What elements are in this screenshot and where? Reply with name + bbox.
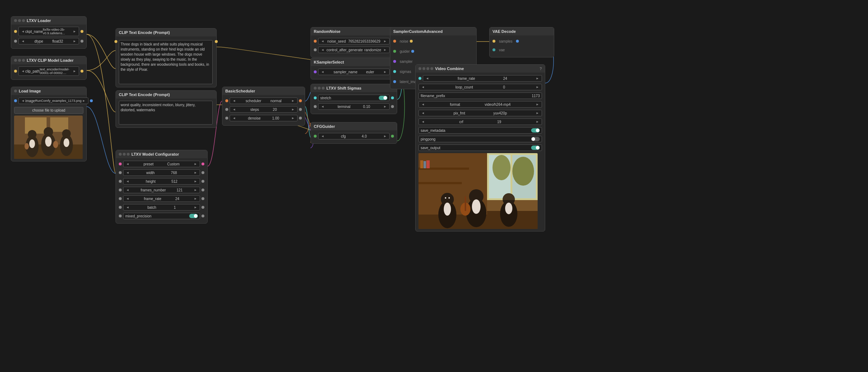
vc-format-value[interactable]: ◄ format video/h264-mp4 ► [418, 101, 542, 108]
vc-lc-next[interactable]: ► [535, 85, 540, 89]
batch-value[interactable]: ◄ batch 1 ► [123, 204, 200, 211]
vc-framerate-value[interactable]: ◄ frame_rate 24 ► [423, 75, 542, 82]
sn-prev[interactable]: ◄ [320, 70, 325, 74]
sched-next[interactable]: ► [291, 99, 295, 103]
save-metadata-toggle[interactable] [531, 128, 540, 133]
vc-pixfmt-value[interactable]: ◄ pix_fmt yuv420p ► [418, 110, 542, 116]
steps-next[interactable]: ► [291, 108, 295, 111]
vc-loopcount-value[interactable]: ◄ loop_count 0 ► [418, 84, 542, 90]
stretch-value[interactable]: stretch [318, 95, 390, 101]
cag-next[interactable]: ► [383, 48, 387, 52]
clip-prompt-2-text[interactable]: worst quality, inconsistent motion, blur… [119, 101, 213, 125]
sched-port-right [299, 99, 302, 102]
mixed-precision-value[interactable]: mixed_precision [123, 213, 200, 219]
terminal-value[interactable]: ◄ terminal 0.10 ► [318, 103, 390, 110]
vc-crf-value[interactable]: ◄ crf 19 ► [418, 118, 542, 125]
image-prev[interactable]: ◄ [21, 99, 25, 103]
vc-savemeta-value[interactable]: save_metadata [418, 127, 542, 134]
cfg-value[interactable]: ◄ cfg 4.0 ► [318, 133, 390, 139]
vc-lc-prev[interactable]: ◄ [421, 85, 425, 89]
batch-next[interactable]: ► [193, 206, 198, 209]
ckpt-name-value[interactable]: ◄ ckpt_name ltx/ltx-video-2b-v0.9.safete… [18, 27, 79, 36]
dtype-value[interactable]: ◄ dtype float32 ► [18, 38, 79, 44]
clip-prompt-1-text[interactable]: Three dogs in black and white suits play… [119, 40, 213, 84]
ckpt-port-left [14, 30, 17, 33]
frames-prev[interactable]: ◄ [125, 188, 130, 192]
clip-path-value[interactable]: ◄ clip_path text_encoder/model-00001-of-… [18, 66, 79, 76]
width-prev[interactable]: ◄ [125, 171, 130, 174]
cfg-guider-node: CFGGuider ◄ cfg 4.0 ► [311, 122, 397, 144]
dtype-prev[interactable]: ◄ [21, 39, 25, 43]
ns-next[interactable]: ► [383, 39, 387, 43]
denoise-value[interactable]: ◄ denoise 1.00 ► [230, 115, 298, 121]
steps-prev[interactable]: ◄ [232, 108, 236, 111]
vc-fmt-next[interactable]: ► [535, 103, 540, 106]
mixed-precision-toggle[interactable] [189, 214, 198, 218]
ltxv-loader-header: LTXV Loader [11, 17, 86, 25]
vc-filename-value[interactable]: filename_prefix 1173 [418, 92, 542, 99]
vc-fr-prev[interactable]: ◄ [425, 77, 430, 80]
vc-pingpong-value[interactable]: pingpong [418, 136, 542, 142]
vc-pf-next[interactable]: ► [535, 111, 540, 115]
stretch-toggle[interactable] [379, 96, 387, 100]
term-prev[interactable]: ◄ [320, 105, 325, 108]
sampler-name-value[interactable]: ◄ sampler_name euler ► [318, 69, 390, 75]
frames-value[interactable]: ◄ frames_number 121 ► [123, 187, 200, 193]
dtype-next[interactable]: ► [72, 39, 77, 43]
height-next[interactable]: ► [193, 179, 198, 183]
cfg-next[interactable]: ► [383, 134, 387, 138]
clip-next[interactable]: ► [72, 69, 77, 73]
ckpt-next[interactable]: ► [72, 30, 77, 33]
dot2 [18, 19, 21, 22]
pingpong-toggle[interactable] [531, 137, 540, 141]
denoise-next[interactable]: ► [291, 116, 295, 120]
dtype-val: float32 [52, 39, 63, 43]
preset-value[interactable]: ◄ preset Custom ► [123, 161, 200, 167]
framerate-label: frame_rate [144, 197, 161, 201]
vc-saveoutput-value[interactable]: save_output [418, 144, 542, 151]
batch-port-right [201, 206, 204, 209]
batch-prev[interactable]: ◄ [125, 206, 130, 209]
steps-value[interactable]: ◄ steps 20 ► [230, 106, 298, 113]
image-value[interactable]: ◄ image RunComfy_examples_1173.png ► [18, 98, 88, 104]
sn-next[interactable]: ► [383, 70, 387, 74]
term-next[interactable]: ► [383, 105, 387, 108]
cfg-prev[interactable]: ◄ [320, 134, 325, 138]
frames-next[interactable]: ► [193, 188, 198, 192]
choose-file-button[interactable]: choose file to upload [14, 107, 83, 114]
vc-fmt-prev[interactable]: ◄ [421, 103, 425, 106]
preset-val: Custom [167, 162, 179, 166]
preset-prev[interactable]: ◄ [125, 162, 130, 166]
vc-pixfmt-row: ◄ pix_fmt yuv420p ► [418, 109, 542, 117]
cag-prev[interactable]: ◄ [320, 48, 325, 52]
width-value[interactable]: ◄ width 768 ► [123, 169, 200, 176]
vc-crf-next[interactable]: ► [535, 120, 540, 124]
ssampler-port [393, 60, 396, 63]
vc-pf-prev[interactable]: ◄ [421, 111, 425, 115]
scheduler-value[interactable]: ◄ scheduler normal ► [230, 98, 298, 104]
width-next[interactable]: ► [193, 171, 198, 174]
preset-next[interactable]: ► [193, 162, 198, 166]
cfg-guider-header: CFGGuider [311, 122, 397, 130]
clip1-in-port [114, 40, 117, 43]
image-next[interactable]: ► [82, 99, 86, 103]
vc-crf-prev[interactable]: ◄ [421, 120, 425, 124]
noise-seed-value[interactable]: ◄ noise_seed 7652821653336629 ► [318, 38, 390, 44]
vc-saveoutput-row: save_output [418, 144, 542, 151]
control-after-value[interactable]: ◄ control_after_generate randomize ► [318, 47, 390, 53]
framerate-next[interactable]: ► [193, 197, 198, 200]
vc-fr-next[interactable]: ► [535, 77, 540, 80]
height-prev[interactable]: ◄ [125, 179, 130, 183]
sched-prev[interactable]: ◄ [232, 99, 236, 103]
height-value[interactable]: ◄ height 512 ► [123, 178, 200, 185]
ns-prev[interactable]: ◄ [320, 39, 325, 43]
vc-lc-label: loop_count [455, 85, 473, 89]
random-noise-header: RandomNoise [311, 27, 397, 35]
save-output-toggle[interactable] [531, 146, 540, 150]
framerate-value[interactable]: ◄ frame_rate 24 ► [123, 195, 200, 202]
framerate-prev[interactable]: ◄ [125, 197, 130, 200]
ckpt-prev[interactable]: ◄ [21, 30, 25, 33]
steps-port-right [299, 108, 302, 111]
clip-prev[interactable]: ◄ [21, 69, 25, 73]
denoise-prev[interactable]: ◄ [232, 116, 236, 120]
